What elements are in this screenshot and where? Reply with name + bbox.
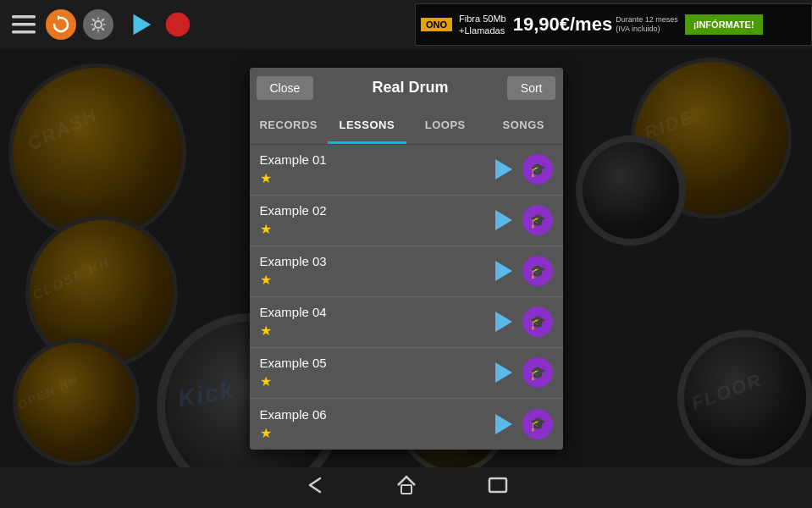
list-item: Example 01 ★ 🎓 — [250, 145, 563, 196]
modal-overlay: Close Real Drum Sort RECORDS LESSONS LOO… — [0, 49, 812, 467]
ad-button[interactable]: ¡INFÓRMATE! — [685, 14, 763, 35]
ad-price-detail: Durante 12 meses (IVA incluido) — [616, 15, 678, 34]
top-bar-icons — [8, 9, 193, 40]
lesson-button[interactable]: 🎓 — [522, 357, 553, 388]
settings-button[interactable] — [83, 9, 113, 40]
modal-dialog: Close Real Drum Sort RECORDS LESSONS LOO… — [250, 68, 563, 450]
tab-loops[interactable]: LOOPS — [406, 108, 485, 144]
modal-list: Example 01 ★ 🎓 Example 02 ★ 🎓 — [250, 145, 563, 450]
list-item: Example 02 ★ 🎓 — [250, 196, 563, 246]
svg-rect-0 — [12, 15, 36, 19]
play-item-button[interactable] — [490, 257, 517, 284]
play-item-button[interactable] — [490, 207, 517, 234]
play-item-button[interactable] — [490, 308, 517, 335]
item-info: Example 06 ★ — [260, 407, 327, 441]
ad-price: 19,90€/mes — [513, 14, 612, 36]
item-info: Example 03 ★ — [260, 254, 327, 288]
ad-text: Fibra 50Mb +Llamadas — [459, 13, 506, 37]
lesson-button[interactable]: 🎓 — [522, 306, 553, 337]
ad-logo: ONO — [421, 18, 452, 31]
item-info: Example 01 ★ — [260, 152, 327, 186]
list-item: Example 06 ★ 🎓 — [250, 399, 563, 450]
svg-rect-1 — [12, 23, 36, 26]
tab-records[interactable]: RECORDS — [250, 108, 329, 144]
item-actions: 🎓 — [490, 205, 553, 235]
menu-button[interactable] — [8, 9, 39, 40]
close-button[interactable]: Close — [257, 76, 314, 100]
svg-marker-3 — [58, 15, 61, 20]
svg-rect-8 — [489, 478, 506, 492]
play-item-button[interactable] — [490, 156, 517, 183]
item-info: Example 05 ★ — [260, 356, 327, 389]
item-actions: 🎓 — [490, 409, 553, 439]
lesson-button[interactable]: 🎓 — [522, 256, 553, 286]
svg-point-6 — [166, 13, 190, 36]
svg-rect-7 — [401, 485, 412, 494]
bottom-nav — [0, 467, 812, 508]
tab-songs[interactable]: SONGS — [484, 108, 563, 144]
list-item: Example 05 ★ 🎓 — [250, 348, 563, 399]
item-info: Example 04 ★ — [260, 305, 327, 339]
item-actions: 🎓 — [490, 256, 553, 286]
svg-point-4 — [95, 21, 102, 28]
modal-tabs: RECORDS LESSONS LOOPS SONGS — [250, 108, 563, 145]
refresh-button[interactable] — [46, 9, 76, 40]
modal-header: Close Real Drum Sort — [250, 68, 563, 108]
list-item: Example 04 ★ 🎓 — [250, 297, 563, 348]
lesson-button[interactable]: 🎓 — [522, 409, 553, 439]
home-button[interactable] — [395, 473, 418, 502]
svg-rect-2 — [12, 30, 36, 34]
list-item: Example 03 ★ 🎓 — [250, 246, 563, 297]
lesson-button[interactable]: 🎓 — [522, 205, 553, 235]
svg-marker-5 — [133, 14, 151, 36]
sort-button[interactable]: Sort — [507, 76, 556, 100]
recents-button[interactable] — [486, 473, 510, 502]
item-actions: 🎓 — [490, 306, 553, 337]
ad-banner: ONO Fibra 50Mb +Llamadas 19,90€/mes Dura… — [415, 3, 812, 46]
play-item-button[interactable] — [490, 359, 517, 386]
play-button[interactable] — [125, 9, 156, 40]
record-button[interactable] — [163, 9, 193, 40]
tab-lessons[interactable]: LESSONS — [328, 108, 406, 144]
modal-title: Real Drum — [373, 79, 449, 97]
item-actions: 🎓 — [490, 154, 553, 185]
item-actions: 🎓 — [490, 357, 553, 388]
item-info: Example 02 ★ — [260, 203, 327, 237]
back-button[interactable] — [303, 473, 327, 502]
play-item-button[interactable] — [490, 411, 517, 438]
lesson-button[interactable]: 🎓 — [522, 154, 553, 185]
